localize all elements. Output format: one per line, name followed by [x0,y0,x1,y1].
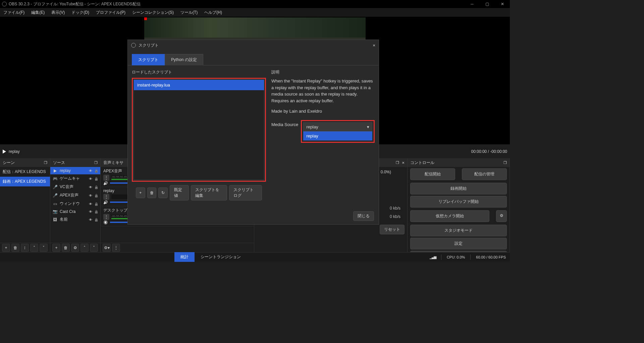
mixer-options-button[interactable]: ⋮ [103,175,109,181]
window-title: OBS 30.2.3 - プロファイル: YouTube配信 - シーン: AP… [9,1,465,7]
sources-panel: ソース ▶replay 🎮ゲームキャ 🎤VC音声 🎤APEX音声 ▭ウィンドウ … [50,158,101,252]
lock-icon[interactable] [94,209,98,214]
scripts-dialog: スクリプト スクリプト Python の設定 ロードしたスクリプト instan… [127,40,379,225]
chevron-down-icon [367,124,369,129]
edit-script-button[interactable]: スクリプトを編集 [191,185,227,201]
replay-buffer-button[interactable]: リプレイバッファ開始 [410,196,507,208]
remove-source-button[interactable]: 🗑 [62,244,70,252]
lock-icon[interactable] [94,193,98,198]
speaker-icon[interactable] [103,200,108,205]
media-source-dropdown[interactable]: replay [303,122,372,131]
reset-button[interactable]: リセット [380,225,405,234]
play-button[interactable]: replay [3,149,20,154]
reload-script-button[interactable]: ↻ [158,187,168,198]
script-list-item[interactable]: instant-replay.lua [134,80,264,90]
visibility-icon[interactable] [89,193,92,198]
window-capture-icon: ▭ [52,202,58,206]
stats-tab[interactable]: 統計 [174,252,195,262]
close-dialog-button[interactable]: 閉じる [353,211,374,221]
source-item[interactable]: 📷Cast Cra [50,208,100,215]
visibility-icon[interactable] [89,176,92,181]
menu-view[interactable]: 表示(V) [50,9,66,16]
mixer-settings-button[interactable]: ⚙▾ [103,244,111,252]
visibility-icon[interactable] [89,202,92,206]
remove-script-button[interactable]: 🗑 [147,187,157,198]
speaker-icon[interactable] [103,181,108,185]
scene-filter-button[interactable]: ⫶ [21,244,29,252]
mixer-options-button[interactable]: ⋮ [103,214,109,220]
popout-icon[interactable] [396,160,399,165]
add-source-button[interactable]: + [52,244,60,252]
sources-title: ソース [53,160,65,166]
menu-help[interactable]: ヘルプ(H) [203,9,223,16]
lock-icon[interactable] [94,202,98,206]
scene-transition-tab[interactable]: シーントランジション [195,252,247,262]
dropdown-option[interactable]: replay [303,131,372,140]
scene-item[interactable]: 録画：APEX LEGENDS [0,177,50,186]
scene-up-button[interactable]: ˄ [30,244,38,252]
scene-item[interactable]: 配信：APEX LEGENDS [0,167,50,177]
virtual-camera-settings-button[interactable]: ⚙ [496,210,507,222]
controls-title: コントロール [410,160,434,166]
visibility-icon[interactable] [89,217,92,222]
add-script-button[interactable]: + [136,187,145,198]
scripts-tab[interactable]: スクリプト [132,54,165,65]
lock-icon[interactable] [94,217,98,222]
manage-stream-button[interactable]: 配信の管理 [462,168,507,180]
source-up-button[interactable]: ˄ [80,244,89,252]
defaults-button[interactable]: 既定値 [170,185,189,201]
script-list[interactable]: instant-replay.lua [133,79,264,180]
menu-scene-collection[interactable]: シーンコレクション(S) [131,9,175,16]
lock-icon[interactable] [94,185,98,189]
popout-icon[interactable] [44,160,47,165]
source-item[interactable]: 🎤APEX音声 [50,191,100,199]
start-stream-button[interactable]: 配信開始 [410,168,455,180]
source-item[interactable]: 🎮ゲームキャ [50,174,100,183]
mixer-options-button[interactable]: ⋮ [103,194,109,200]
add-scene-button[interactable]: + [2,244,10,252]
visibility-icon[interactable] [89,185,92,189]
start-record-button[interactable]: 録画開始 [410,183,507,194]
python-settings-tab[interactable]: Python の設定 [165,54,203,65]
mixer-menu-button[interactable]: ⋮ [112,244,120,252]
close-panel-icon[interactable] [402,160,405,165]
menu-file[interactable]: ファイル(F) [2,9,26,16]
description-credit: Made by Lain and Exeldro [271,108,375,115]
selection-handle[interactable] [144,17,147,20]
play-icon [3,150,6,154]
lock-icon[interactable] [94,176,98,181]
menu-dock[interactable]: ドック(D) [70,9,91,16]
studio-mode-button[interactable]: スタジオモード [410,225,507,236]
scene-down-button[interactable]: ˅ [40,244,48,252]
lock-icon[interactable] [94,168,98,173]
media-source-label: replay [9,149,20,154]
remove-scene-button[interactable]: 🗑 [11,244,19,252]
source-down-button[interactable]: ˅ [90,244,98,252]
source-item[interactable]: 🖼名前 [50,215,100,224]
script-log-button[interactable]: スクリプトログ [229,185,262,201]
minimize-button[interactable]: ─ [465,0,480,8]
exit-button[interactable]: 終了 [410,251,507,252]
signal-icon [430,255,436,259]
source-settings-button[interactable]: ⚙ [71,244,79,252]
source-item[interactable]: ▭ウィンドウ [50,199,100,208]
audio-icon: 🎤 [52,193,58,198]
speaker-muted-icon[interactable] [103,220,108,225]
close-button[interactable]: ✕ [495,0,510,8]
menu-profile[interactable]: プロファイル(P) [95,9,127,16]
obs-icon [2,2,7,6]
media-source-label: Media Source [271,120,298,127]
source-item[interactable]: 🎤VC音声 [50,183,100,191]
dialog-close-button[interactable] [373,43,375,48]
cpu-usage: CPU: 0.0% [447,255,465,259]
virtual-camera-button[interactable]: 仮想カメラ開始 [410,210,489,222]
popout-icon[interactable] [503,160,507,165]
source-item[interactable]: ▶replay [50,167,100,174]
menu-edit[interactable]: 編集(E) [30,9,46,16]
maximize-button[interactable]: ▢ [480,0,495,8]
settings-button[interactable]: 設定 [410,238,507,249]
popout-icon[interactable] [94,160,98,165]
visibility-icon[interactable] [89,209,92,214]
visibility-icon[interactable] [89,168,92,173]
menu-tools[interactable]: ツール(T) [179,9,199,16]
